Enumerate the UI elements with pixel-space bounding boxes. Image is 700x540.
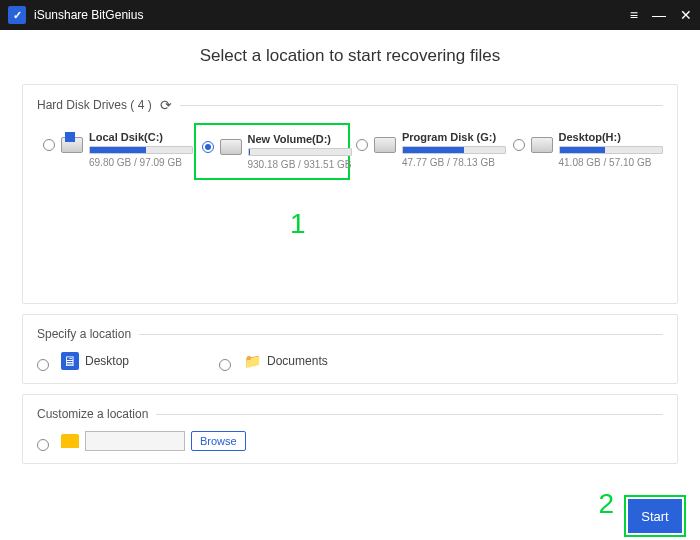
disk-icon: [220, 139, 242, 155]
drive-usage-bar: [559, 146, 663, 154]
radio-drive-0[interactable]: [43, 139, 55, 151]
folder-icon: [61, 434, 79, 448]
radio-desktop[interactable]: [37, 359, 49, 371]
drive-item-1[interactable]: New Volume(D:) 930.18 GB / 931.51 GB: [194, 123, 351, 180]
location-documents-option[interactable]: 📁 Documents: [219, 351, 328, 371]
titlebar: ✓ iSunshare BitGenius ≡ — ✕: [0, 0, 700, 30]
documents-label: Documents: [267, 354, 328, 368]
disk-icon: [531, 137, 553, 153]
customize-location-section: Customize a location Browse: [22, 394, 678, 464]
drive-item-3[interactable]: Desktop(H:) 41.08 GB / 57.10 GB: [507, 123, 664, 180]
drive-size: 41.08 GB / 57.10 GB: [559, 157, 658, 168]
radio-drive-3[interactable]: [513, 139, 525, 151]
drive-usage-bar: [402, 146, 506, 154]
drive-size: 69.80 GB / 97.09 GB: [89, 157, 188, 168]
minimize-icon[interactable]: —: [652, 7, 666, 23]
drive-item-0[interactable]: Local Dsik(C:) 69.80 GB / 97.09 GB: [37, 123, 194, 180]
divider: [139, 334, 663, 335]
drive-name: New Volume(D:): [248, 133, 343, 145]
app-logo-icon: ✓: [8, 6, 26, 24]
page-title: Select a location to start recovering fi…: [22, 46, 678, 66]
refresh-icon[interactable]: ⟳: [160, 97, 172, 113]
app-title: iSunshare BitGenius: [34, 8, 630, 22]
location-desktop-option[interactable]: 🖥 Desktop: [37, 351, 129, 371]
specify-location-section: Specify a location 🖥 Desktop 📁 Documents: [22, 314, 678, 384]
radio-drive-2[interactable]: [356, 139, 368, 151]
annotation-marker-2: 2: [598, 488, 614, 520]
desktop-icon: 🖥: [61, 352, 79, 370]
start-highlight-box: Start: [624, 495, 686, 537]
drive-name: Local Dsik(C:): [89, 131, 188, 143]
browse-button[interactable]: Browse: [191, 431, 246, 451]
hard-disk-drives-section: Hard Disk Drives ( 4 ) ⟳ Local Dsik(C:) …: [22, 84, 678, 304]
specify-section-title: Specify a location: [37, 327, 131, 341]
radio-documents[interactable]: [219, 359, 231, 371]
drive-item-2[interactable]: Program Disk (G:) 47.77 GB / 78.13 GB: [350, 123, 507, 180]
drive-name: Desktop(H:): [559, 131, 658, 143]
radio-custom[interactable]: [37, 439, 49, 451]
divider: [180, 105, 663, 106]
drive-size: 47.77 GB / 78.13 GB: [402, 157, 501, 168]
custom-path-input[interactable]: [85, 431, 185, 451]
customize-section-title: Customize a location: [37, 407, 148, 421]
start-button[interactable]: Start: [628, 499, 682, 533]
divider: [156, 414, 663, 415]
disk-icon: [61, 137, 83, 153]
drive-usage-bar: [89, 146, 193, 154]
desktop-label: Desktop: [85, 354, 129, 368]
drive-usage-bar: [248, 148, 352, 156]
radio-drive-1[interactable]: [202, 141, 214, 153]
drive-size: 930.18 GB / 931.51 GB: [248, 159, 343, 170]
drive-name: Program Disk (G:): [402, 131, 501, 143]
menu-icon[interactable]: ≡: [630, 7, 638, 23]
close-icon[interactable]: ✕: [680, 7, 692, 23]
disk-icon: [374, 137, 396, 153]
hdd-section-title: Hard Disk Drives ( 4 ): [37, 98, 152, 112]
annotation-marker-1: 1: [290, 208, 306, 240]
documents-icon: 📁: [243, 352, 261, 370]
